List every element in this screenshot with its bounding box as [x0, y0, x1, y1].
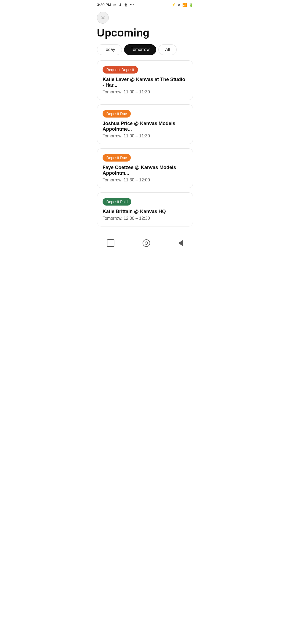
status-left: 3:29 PM ✉ ⬇ 🗑 ••• [97, 3, 134, 7]
card-time: Tomorrow, 12:00 – 12:30 [103, 216, 187, 221]
bottom-nav [93, 235, 197, 252]
card-time: Tomorrow, 11:30 – 12:00 [103, 178, 187, 182]
appointment-card[interactable]: Deposit Due Faye Coetzee @ Kanvas Models… [97, 148, 193, 188]
appointment-card[interactable]: Deposit Paid Katie Brittain @ Kanvas HQ … [97, 192, 193, 226]
card-time: Tomorrow, 11:00 – 11:30 [103, 90, 187, 94]
more-icon: ••• [130, 3, 134, 7]
close-button[interactable]: ✕ [97, 12, 109, 24]
status-badge: Request Deposit [103, 66, 138, 74]
tab-filter: Today Tomorrow All [93, 44, 197, 60]
tab-all[interactable]: All [158, 44, 177, 55]
status-right: ⚡ ✕ 📶 🔋 [171, 3, 193, 7]
tab-tomorrow[interactable]: Tomorrow [124, 44, 156, 55]
delete-icon: 🗑 [124, 3, 128, 7]
wifi-icon: 📶 [182, 3, 187, 7]
card-title: Faye Coetzee @ Kanvas Models Appointm... [103, 165, 187, 176]
card-title: Katie Laver @ Kanvas at The Studio - Har… [103, 77, 187, 88]
status-time: 3:29 PM [97, 3, 111, 7]
battery-icon: 🔋 [189, 3, 193, 7]
status-badge: Deposit Paid [103, 198, 131, 206]
mail-icon: ✉ [113, 3, 117, 7]
close-icon: ✕ [101, 15, 105, 20]
appointments-list: Request Deposit Katie Laver @ Kanvas at … [93, 60, 197, 226]
circle-nav-icon[interactable] [143, 239, 150, 247]
home-icon[interactable] [107, 239, 114, 247]
back-icon[interactable] [178, 240, 183, 246]
page-title: Upcoming [93, 24, 197, 44]
download-icon: ⬇ [119, 3, 122, 7]
card-title: Katie Brittain @ Kanvas HQ [103, 209, 187, 214]
x-icon: ✕ [177, 3, 181, 7]
bluetooth-icon: ⚡ [171, 3, 176, 7]
status-badge: Deposit Due [103, 154, 131, 162]
card-title: Joshua Price @ Kanvas Models Appointme..… [103, 121, 187, 132]
status-bar: 3:29 PM ✉ ⬇ 🗑 ••• ⚡ ✕ 📶 🔋 [93, 0, 197, 9]
appointment-card[interactable]: Request Deposit Katie Laver @ Kanvas at … [97, 60, 193, 100]
appointment-card[interactable]: Deposit Due Joshua Price @ Kanvas Models… [97, 104, 193, 144]
card-time: Tomorrow, 11:00 – 11:30 [103, 134, 187, 138]
status-badge: Deposit Due [103, 110, 131, 118]
tab-today[interactable]: Today [97, 44, 122, 55]
